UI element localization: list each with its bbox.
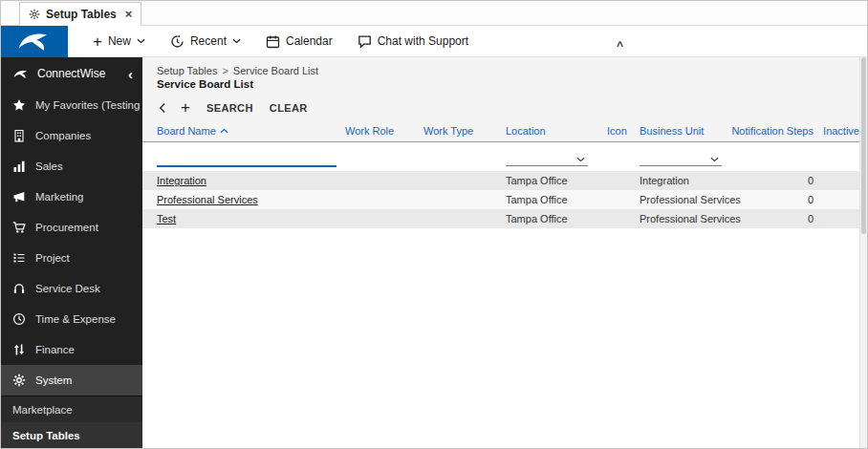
empty-table-area [142,228,859,448]
location-cell: Tampa Office [506,213,607,224]
chevron-down-icon [232,38,241,44]
page-title: Service Board List [142,77,859,95]
clear-button[interactable]: CLEAR [270,102,308,114]
sidebar: ConnectWise ‹ My Favorites (Testing Comp… [1,57,142,448]
scrollbar-thumb[interactable] [861,57,866,234]
sidebar-item-my-favorites[interactable]: My Favorites (Testing [1,90,142,120]
chevron-down-icon [710,157,719,162]
new-menu-button[interactable]: + New [93,33,145,50]
list-toolbar: + SEARCH CLEAR [142,95,859,120]
tab-bar: Setup Tables × [1,1,867,26]
calendar-button[interactable]: Calendar [266,34,333,49]
sidebar-item-time-expense[interactable]: Time & Expense [1,304,142,334]
column-header-inactive[interactable]: Inactive [814,125,859,137]
sidebar-item-procurement[interactable]: Procurement [1,212,142,243]
back-button[interactable] [159,102,166,114]
column-header-work-type[interactable]: Work Type [423,125,506,137]
recent-menu-button[interactable]: Recent [170,34,241,49]
chevron-down-icon [576,157,585,162]
filter-row [142,142,859,171]
board-name-link[interactable]: Professional Services [157,194,258,205]
content-panel: Setup Tables > Service Board List Servic… [142,57,859,448]
app-window: Setup Tables × + New Recent [0,0,868,449]
star-icon [12,98,26,112]
business-unit-cell: Professional Services [640,194,747,205]
connectwise-logo[interactable] [1,26,68,57]
board-name-link[interactable]: Integration [157,175,206,186]
column-header-location[interactable]: Location [506,125,607,137]
notification-steps-cell: 0 [747,175,814,186]
column-header-work-role[interactable]: Work Role [345,125,423,137]
building-icon [12,129,26,142]
sidebar-item-finance[interactable]: Finance [1,334,142,365]
breadcrumb-current: Service Board List [233,65,318,76]
vertical-scrollbar[interactable] [859,57,867,448]
browser-tab-setup-tables[interactable]: Setup Tables × [19,2,141,26]
sidebar-item-service-desk[interactable]: Service Desk [1,273,142,304]
location-filter-dropdown[interactable] [506,147,588,166]
clock-icon [12,312,26,326]
business-unit-cell: Professional Services [640,213,747,224]
bar-chart-icon [12,160,26,173]
sidebar-item-project[interactable]: Project [1,243,142,273]
top-header: + New Recent Calendar Chat [1,26,867,57]
breadcrumb-setup-tables[interactable]: Setup Tables [157,65,217,76]
plus-icon: + [93,33,102,50]
board-name-filter-input[interactable] [157,148,336,167]
chat-support-button[interactable]: Chat with Support [358,34,468,49]
chevron-down-icon [137,38,145,44]
notification-steps-cell: 0 [747,194,814,205]
location-cell: Tampa Office [506,175,607,186]
tab-title: Setup Tables [46,8,117,21]
add-record-button[interactable]: + [181,99,190,116]
gear-icon [12,374,26,387]
calendar-icon [266,34,280,49]
board-name-link[interactable]: Test [157,213,176,224]
business-unit-cell: Integration [640,175,747,186]
sidebar-item-marketing[interactable]: Marketing [1,182,142,212]
main-area: ConnectWise ‹ My Favorites (Testing Comp… [1,57,867,448]
task-list-icon [12,251,26,265]
history-icon [170,34,184,49]
breadcrumb: Setup Tables > Service Board List [142,57,859,77]
exchange-icon [12,343,26,356]
chevron-left-icon [159,102,166,114]
cart-icon [12,221,26,234]
sidebar-item-companies[interactable]: Companies [1,120,142,151]
table-row: Professional Services Tampa Office Profe… [142,190,859,209]
location-cell: Tampa Office [506,194,607,205]
megaphone-icon [12,190,26,203]
collapse-sidebar-chevron[interactable]: ‹ [128,66,133,82]
close-icon[interactable]: × [125,8,133,20]
sidebar-item-sales[interactable]: Sales [1,151,142,182]
headset-icon [12,282,26,295]
table-row: Integration Tampa Office Integration 0 [142,171,859,190]
notification-steps-cell: 0 [747,213,814,224]
business-unit-filter-dropdown[interactable] [640,147,722,166]
sidebar-item-setup-tables[interactable]: Setup Tables [1,422,142,448]
gear-icon [29,9,40,20]
column-header-icon[interactable]: Icon [607,125,640,137]
search-button[interactable]: SEARCH [206,102,253,114]
breadcrumb-separator: > [222,65,228,76]
column-header-business-unit[interactable]: Business Unit [640,125,747,137]
connectwise-bird-icon [15,29,54,53]
collapse-header-chevron[interactable]: ^ [617,39,623,53]
column-header-notification-steps[interactable]: Notification Steps [747,125,814,137]
sidebar-item-system[interactable]: System [1,365,142,396]
sidebar-item-marketplace[interactable]: Marketplace [1,396,142,422]
chat-bubble-icon [358,34,372,49]
table-header-row: Board Name Work Role Work Type Location … [142,120,859,142]
sidebar-brand[interactable]: ConnectWise ‹ [1,57,142,90]
table-row: Test Tampa Office Professional Services … [142,209,859,228]
sort-ascending-icon [220,128,228,134]
connectwise-bird-icon [12,68,30,80]
sidebar-brand-label: ConnectWise [37,67,105,80]
column-header-board-name[interactable]: Board Name [157,125,345,137]
